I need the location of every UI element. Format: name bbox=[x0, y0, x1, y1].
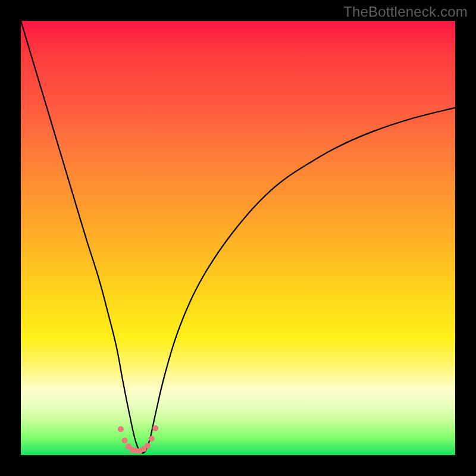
trough-marker bbox=[118, 426, 124, 432]
chart-frame: TheBottleneck.com bbox=[0, 0, 476, 476]
trough-marker bbox=[145, 443, 151, 449]
trough-marker bbox=[152, 425, 158, 431]
bottleneck-curve bbox=[21, 21, 455, 453]
trough-marker bbox=[121, 437, 127, 443]
chart-svg bbox=[21, 21, 455, 455]
trough-marker bbox=[149, 436, 155, 441]
watermark-text: TheBottleneck.com bbox=[343, 4, 468, 20]
